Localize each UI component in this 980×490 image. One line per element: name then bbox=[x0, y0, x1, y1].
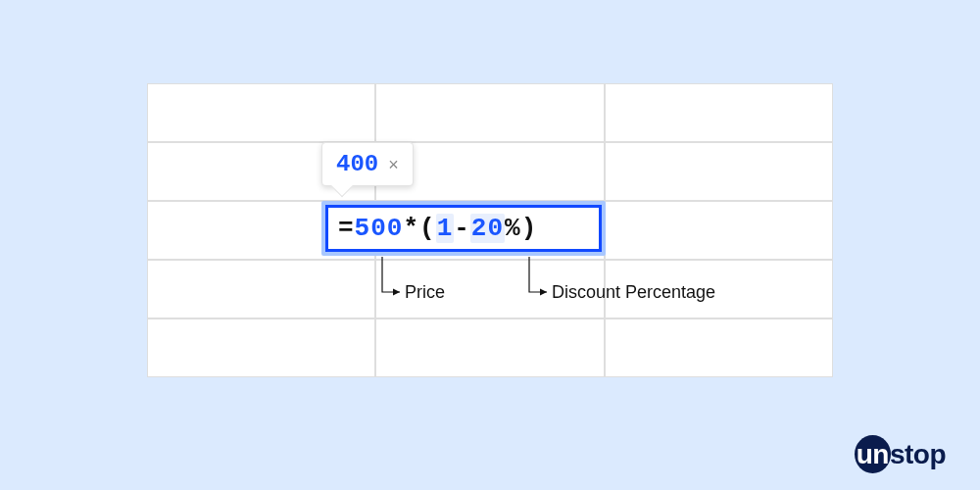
cell[interactable] bbox=[147, 318, 375, 377]
minus-token: - bbox=[454, 214, 470, 243]
cell[interactable] bbox=[375, 260, 604, 318]
cell[interactable] bbox=[605, 83, 833, 142]
active-cell[interactable]: =500*(1-20%) bbox=[321, 201, 606, 256]
percent-token: % bbox=[505, 214, 521, 243]
formula-editor[interactable]: =500*(1-20%) bbox=[325, 205, 602, 252]
cell[interactable] bbox=[605, 318, 833, 377]
cell[interactable] bbox=[605, 201, 833, 260]
unstop-logo: unstop bbox=[856, 439, 946, 470]
one-token: 1 bbox=[436, 214, 455, 243]
cell[interactable] bbox=[375, 83, 604, 142]
cell[interactable] bbox=[375, 318, 604, 377]
paren-open-token: ( bbox=[419, 214, 436, 243]
formula-preview-tooltip: 400 × bbox=[321, 142, 414, 186]
cell[interactable] bbox=[605, 142, 833, 201]
logo-part-un: un bbox=[856, 437, 890, 471]
close-icon[interactable]: × bbox=[388, 156, 399, 173]
preview-value: 400 bbox=[336, 151, 378, 177]
equals-token: = bbox=[338, 214, 355, 243]
price-token: 500 bbox=[355, 214, 404, 243]
logo-part-stop: stop bbox=[890, 439, 946, 469]
cell[interactable] bbox=[147, 83, 375, 142]
formula-text: =500*(1-20%) bbox=[338, 214, 537, 243]
cell[interactable] bbox=[605, 260, 833, 318]
cell[interactable] bbox=[147, 260, 375, 318]
multiply-token: * bbox=[403, 214, 419, 243]
discount-token: 20 bbox=[470, 214, 505, 243]
paren-close-token: ) bbox=[521, 214, 538, 243]
